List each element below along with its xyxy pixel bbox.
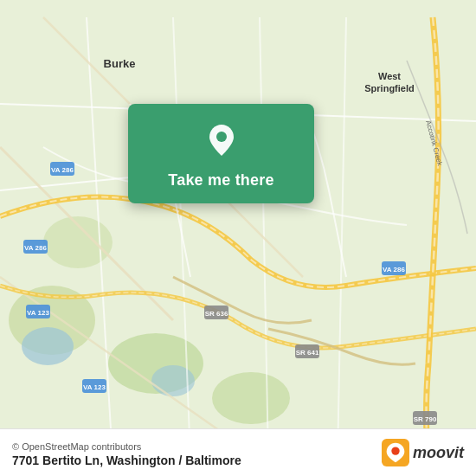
svg-point-4 [22, 327, 74, 365]
svg-text:VA 286: VA 286 [383, 266, 405, 273]
map-roads-svg: Accotink Creek VA 286 VA 286 VA 286 VA 1… [0, 0, 476, 476]
location-pin-icon [201, 119, 242, 161]
svg-text:VA 123: VA 123 [83, 383, 106, 391]
take-me-there-card[interactable]: Take me there [128, 104, 314, 203]
map-container: Accotink Creek VA 286 VA 286 VA 286 VA 1… [0, 0, 476, 476]
svg-text:SR 641: SR 641 [296, 349, 319, 357]
moovit-logo-icon [382, 439, 409, 466]
svg-text:SR 636: SR 636 [205, 310, 228, 318]
take-me-there-label: Take me there [168, 171, 273, 190]
moovit-brand-text: moovit [413, 444, 464, 462]
svg-text:West: West [378, 71, 401, 81]
svg-text:VA 286: VA 286 [24, 244, 47, 252]
svg-point-2 [212, 372, 290, 424]
address-text: 7701 Bertito Ln [12, 453, 100, 467]
address-line: 7701 Bertito Ln, Washington / Baltimore [12, 453, 241, 467]
svg-point-36 [216, 132, 227, 142]
address-section: 7701 Bertito Ln, Washington / Baltimore [12, 453, 241, 467]
svg-text:VA 123: VA 123 [27, 309, 49, 317]
city-text: Washington / Baltimore [106, 453, 241, 467]
svg-text:VA 286: VA 286 [51, 166, 74, 174]
copyright-text: © OpenStreetMap contributors [12, 441, 141, 452]
svg-point-38 [391, 447, 399, 454]
moovit-logo: moovit [382, 439, 464, 466]
bottom-left-section: © OpenStreetMap contributors 7701 Bertit… [12, 438, 241, 467]
svg-text:SR 790: SR 790 [414, 415, 437, 423]
svg-text:Springfield: Springfield [364, 83, 414, 93]
svg-text:Burke: Burke [104, 57, 136, 70]
bottom-bar: © OpenStreetMap contributors 7701 Bertit… [0, 428, 476, 476]
